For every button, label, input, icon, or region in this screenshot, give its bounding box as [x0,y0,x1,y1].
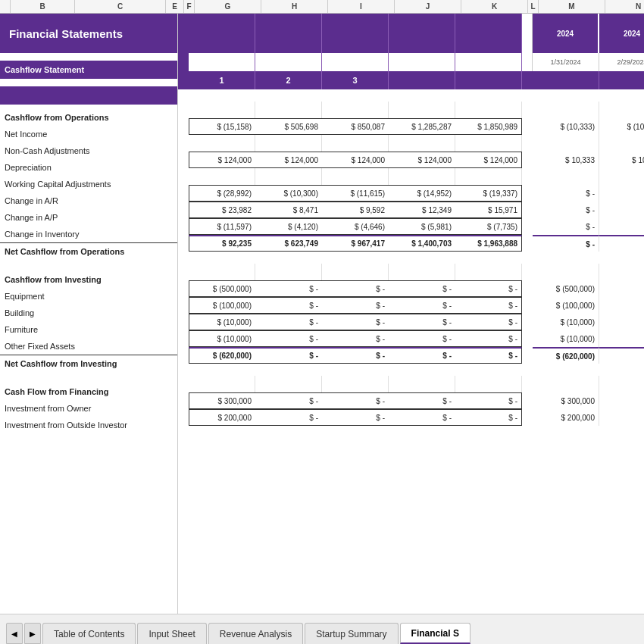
sep22 [522,235,533,252]
label-equipment: Equipment [0,288,177,305]
tab-financial-statements[interactable]: Financial S [400,623,470,644]
sep [178,53,189,71]
label-change-ar: Change in A/R [0,192,177,209]
label-furniture: Furniture [0,321,177,338]
oo-1: $ 200,000 [189,409,255,426]
furniture-row: $ (10,000) $ - $ - $ - $ - $ (10,000) $ … [178,314,644,330]
content-area: Financial Statements Cashflow Statement … [0,14,644,614]
sep24 [522,264,533,280]
ops-g-5 [455,102,522,118]
sep36 [522,376,533,392]
nc-q1 [533,135,599,152]
tab-nav-next[interactable]: ▶ [24,623,41,644]
net-ops-row: $ 92,235 $ 623,749 $ 967,417 $ 1,400,703… [178,235,644,252]
ops-g-3 [322,102,389,118]
ap-3: $ 9,592 [322,202,389,218]
col-n: N [605,0,644,13]
hdr-2028-title [455,14,522,53]
oo-2: $ - [255,409,322,426]
fur-q1: $ (10,000) [533,314,599,330]
fur-q2: $ - [599,314,644,330]
annual-2027: 2027 [389,53,455,71]
col-b: B [11,0,75,13]
sep26 [522,280,533,297]
io-1: $ 300,000 [189,392,255,409]
tab-bar: ◀ ▶ Table of Contents Input Sheet Revenu… [0,614,644,644]
ops-g-q1 [533,102,599,118]
ofa-q2: $ - [599,330,644,347]
ap-5: $ 15,971 [455,202,522,218]
nops-2: $ 623,749 [255,235,322,252]
ar-q1: $ - [533,185,599,202]
ap-q2: $ - [599,202,644,218]
sep9 [178,135,189,152]
label-investment-outside: Investment from Outside Investor [0,417,177,433]
col-m: M [539,0,605,13]
eq-4: $ - [389,280,455,297]
sep7 [178,118,189,135]
tab-revenue-analysis[interactable]: Revenue Analysis [208,623,303,644]
sep38 [522,392,533,409]
fg-q2 [599,376,644,392]
oo-5: $ - [455,409,522,426]
col-headers: B C E F G H I J K L M N O [0,0,644,14]
col-e: E [166,0,184,13]
ig-3 [322,264,389,280]
sep27 [178,297,189,314]
inv-q1: $ - [533,218,599,235]
tab-nav-prev[interactable]: ◀ [6,623,23,644]
ofa-4: $ - [389,330,455,347]
ap-q1: $ - [533,202,599,218]
sep39 [178,409,189,426]
tab-input-sheet[interactable]: Input Sheet [137,623,206,644]
label-working-capital: Working Capital Adjustments [0,176,177,192]
col-i: I [328,0,395,13]
sep15 [178,185,189,202]
ni-5: $ 1,850,989 [455,118,522,135]
ninv-2: $ - [255,347,322,364]
sep28 [522,297,533,314]
spacer-5 [0,371,177,379]
equipment-row: $ (500,000) $ - $ - $ - $ - $ (500,000) … [178,280,644,297]
col-h: H [261,0,328,13]
nc-1 [189,135,255,152]
dep-5: $ 124,000 [455,152,522,168]
col-a [0,0,11,13]
nops-4: $ 1,400,703 [389,235,455,252]
sh-1: 1 [189,71,255,89]
inv-5: $ (7,735) [455,218,522,235]
sep5 [178,102,189,118]
ninv-4: $ - [389,347,455,364]
ninv-3: $ - [322,347,389,364]
ni-q2: $ (10,333) [599,118,644,135]
nc-q2 [599,135,644,152]
fur-2: $ - [255,314,322,330]
ops-g-2 [255,102,322,118]
nc-3 [322,135,389,152]
net-income-row: $ (15,158) $ 505,698 $ 850,087 $ 1,285,2… [178,118,644,135]
nc-2 [255,135,322,152]
fur-1: $ (10,000) [189,314,255,330]
sep13 [178,168,189,185]
ar-3: $ (11,615) [322,185,389,202]
sep35 [178,376,189,392]
scrollable-data: 2024 2024 2024 2024 2025 2026 2027 2028 … [178,14,644,614]
dep-1: $ 124,000 [189,152,255,168]
wca-4 [389,168,455,185]
io-4: $ - [389,392,455,409]
label-other-fixed: Other Fixed Assets [0,338,177,355]
fur-4: $ - [389,314,455,330]
spacer-1 [0,53,177,61]
sep18 [522,202,533,218]
ni-3: $ 850,087 [322,118,389,135]
eq-3: $ - [322,280,389,297]
tab-startup-summary[interactable]: Startup Summary [305,623,398,644]
sep34 [522,347,533,364]
sep14 [522,168,533,185]
inv-3: $ (4,646) [322,218,389,235]
fg-q1 [533,376,599,392]
depreciation-row: $ 124,000 $ 124,000 $ 124,000 $ 124,000 … [178,152,644,168]
sh-2: 2 [255,71,322,89]
tab-table-of-contents[interactable]: Table of Contents [42,623,136,644]
bld-5: $ - [455,297,522,314]
